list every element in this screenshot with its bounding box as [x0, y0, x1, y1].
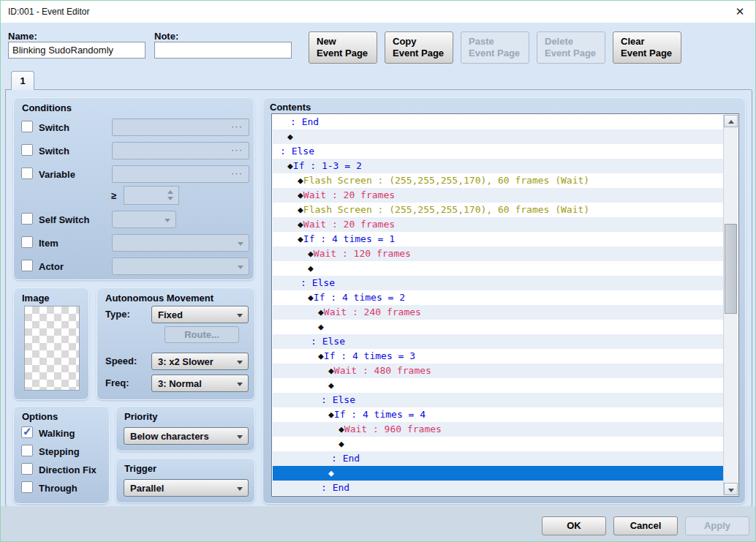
stepping-checkbox[interactable] — [21, 445, 33, 456]
actor-checkbox[interactable] — [21, 260, 33, 271]
through-label: Through — [39, 483, 78, 494]
ok-button[interactable]: OK — [542, 516, 606, 535]
movement-freq-dropdown[interactable]: 3: Normal — [151, 374, 249, 392]
switch2-checkbox[interactable] — [21, 144, 33, 156]
event-page-panel: Conditions Switch ··· Switch ··· Variabl… — [5, 89, 752, 507]
event-command-row[interactable]: ◆ — [273, 261, 725, 276]
priority-dropdown[interactable]: Below characters — [124, 427, 249, 445]
route-button: Route... — [165, 326, 239, 343]
title-bar: ID:001 - Event Editor ✕ — [1, 1, 755, 23]
spinner-up-icon[interactable] — [167, 190, 173, 194]
event-command-row[interactable]: : End — [273, 115, 725, 129]
conditions-title: Conditions — [22, 102, 72, 113]
event-command-row[interactable]: ◆Flash Screen : (255,255,255,170), 60 fr… — [273, 203, 725, 217]
event-command-row[interactable]: ◆Wait : 480 frames — [273, 364, 725, 378]
switch1-browse-icon[interactable]: ··· — [231, 121, 243, 132]
event-command-row[interactable]: : End — [273, 481, 725, 495]
scrollbar-thumb[interactable] — [725, 224, 737, 314]
copy-event-page-button[interactable]: Copy Event Page — [385, 31, 453, 64]
new-event-page-button[interactable]: New Event Page — [309, 31, 377, 64]
event-command-row[interactable]: ◆If : 4 times = 4 — [273, 407, 725, 422]
command-diamond-icon: ◆ — [339, 438, 344, 449]
movement-type-dropdown[interactable]: Fixed — [151, 306, 249, 323]
event-command-row[interactable]: ◆ — [273, 129, 725, 144]
command-diamond-icon: ◆ — [308, 263, 314, 274]
close-icon[interactable]: ✕ — [732, 4, 748, 19]
stepping-label: Stepping — [39, 446, 80, 457]
priority-panel: Priority Below characters — [116, 406, 255, 451]
cancel-button[interactable]: Cancel — [613, 516, 678, 535]
variable-browse-icon[interactable]: ··· — [231, 168, 243, 178]
command-diamond-icon: ◆ — [328, 365, 334, 376]
item-checkbox[interactable] — [21, 236, 33, 248]
movement-title: Autonomous Movement — [105, 293, 213, 304]
switch2-browse-icon[interactable]: ··· — [231, 144, 243, 155]
command-diamond-icon: ◆ — [339, 424, 344, 434]
command-diamond-icon: ◆ — [298, 189, 303, 200]
chevron-down-icon — [238, 242, 243, 246]
event-command-row[interactable]: ◆Wait : 120 frames — [273, 246, 725, 261]
conditions-panel: Conditions Switch ··· Switch ··· Variabl… — [13, 97, 254, 280]
trigger-panel: Trigger Parallel — [116, 458, 255, 503]
through-checkbox[interactable] — [21, 481, 33, 493]
switch1-field[interactable]: ··· — [112, 118, 249, 136]
event-command-row[interactable]: ◆If : 1-3 = 2 — [273, 159, 725, 173]
trigger-dropdown[interactable]: Parallel — [124, 479, 249, 497]
event-command-row[interactable]: ◆If : 4 times = 3 — [273, 349, 725, 364]
event-editor-window: ID:001 - Event Editor ✕ Name: Note: New … — [0, 0, 756, 542]
chevron-down-icon — [237, 314, 243, 317]
event-command-row[interactable]: ◆Wait : 960 frames — [273, 422, 725, 437]
walking-checkbox[interactable] — [21, 426, 33, 438]
note-input[interactable] — [154, 42, 292, 59]
chevron-down-icon — [238, 266, 243, 269]
vertical-scrollbar[interactable] — [723, 115, 738, 495]
variable-field[interactable]: ··· — [112, 165, 249, 183]
spinner-down-icon[interactable] — [167, 197, 173, 200]
event-command-row[interactable]: : Else — [273, 276, 725, 290]
gte-label: ≥ — [111, 190, 116, 201]
item-label: Item — [39, 238, 58, 249]
command-diamond-icon: ◆ — [298, 204, 303, 215]
item-dropdown[interactable] — [112, 234, 249, 252]
clear-event-page-button[interactable]: Clear Event Page — [613, 31, 681, 64]
event-command-row[interactable]: ◆If : 4 times = 2 — [273, 290, 725, 305]
event-command-row[interactable]: ◆ — [273, 320, 725, 334]
event-command-row[interactable]: ◆ — [273, 437, 725, 451]
event-command-row[interactable]: : Else — [273, 144, 725, 159]
scroll-down-icon[interactable] — [724, 483, 738, 495]
event-command-row[interactable]: ◆ — [273, 378, 725, 393]
event-command-row-selected[interactable]: ◆ — [273, 466, 725, 481]
window-title: ID:001 - Event Editor — [8, 7, 89, 17]
freq-label: Freq: — [105, 377, 129, 388]
self-switch-label: Self Switch — [39, 214, 89, 225]
movement-speed-dropdown[interactable]: 3: x2 Slower — [151, 353, 249, 370]
event-command-row[interactable]: : End — [273, 451, 725, 466]
type-label: Type: — [105, 309, 130, 320]
variable-checkbox[interactable] — [21, 168, 33, 179]
event-image-box[interactable] — [24, 306, 80, 391]
priority-title: Priority — [124, 411, 158, 422]
delete-event-page-button: Delete Event Page — [537, 31, 605, 64]
tab-page-1[interactable]: 1 — [11, 71, 34, 90]
switch1-checkbox[interactable] — [21, 121, 33, 132]
event-command-row[interactable]: ◆Wait : 240 frames — [273, 305, 725, 320]
command-diamond-icon: ◆ — [298, 175, 303, 186]
switch2-field[interactable]: ··· — [112, 142, 249, 159]
event-command-row[interactable]: : Else — [273, 334, 725, 349]
event-command-row[interactable]: ◆Wait : 20 frames — [273, 188, 725, 203]
event-command-row[interactable]: ◆Wait : 20 frames — [273, 217, 725, 232]
name-label: Name: — [8, 31, 37, 42]
direction-fix-checkbox[interactable] — [21, 463, 33, 475]
event-command-row[interactable]: ◆If : 4 times = 1 — [273, 232, 725, 246]
apply-button: Apply — [685, 516, 749, 535]
scroll-up-icon[interactable] — [724, 115, 738, 127]
event-command-row[interactable]: ◆Flash Screen : (255,255,255,170), 60 fr… — [273, 173, 725, 188]
name-input[interactable] — [8, 42, 145, 59]
actor-dropdown[interactable] — [112, 257, 249, 275]
command-diamond-icon: ◆ — [318, 350, 324, 361]
event-command-row[interactable]: : Else — [273, 393, 725, 407]
contents-panel: Contents : End◆: Else◆If : 1-3 = 2◆Flash… — [262, 97, 746, 504]
self-switch-checkbox[interactable] — [21, 213, 33, 225]
variable-value-spinner[interactable] — [124, 186, 179, 205]
self-switch-dropdown[interactable] — [112, 211, 176, 228]
